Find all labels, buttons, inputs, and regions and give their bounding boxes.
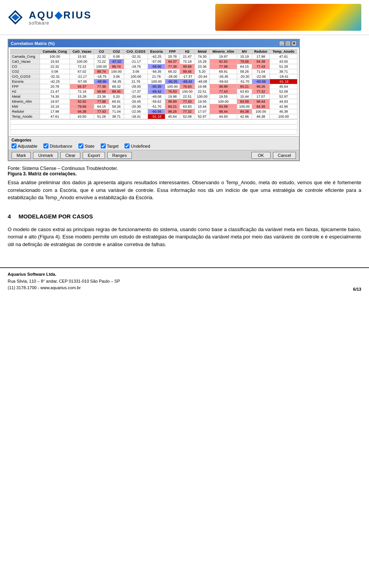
table-cell: 3.06 [124,69,148,74]
checkbox-disturbance[interactable]: Disturbance [43,143,72,148]
table-cell: -32.31 [40,74,70,79]
minimize-button[interactable]: _ [279,41,284,46]
table-cell: 68.32 [109,84,124,89]
state-checkbox[interactable] [78,143,83,148]
table-cell: 19.55 [209,94,237,99]
empty-row [10,120,298,125]
table-cell: 45.64 [165,114,180,119]
table-cell: 3.06 [109,74,124,79]
table-cell: -51.70 [148,104,165,109]
target-checkbox[interactable] [101,143,106,148]
col-header-cao-vazao: CaO_Vazao [70,49,94,54]
table-cell: 77.38 [94,84,109,89]
checkbox-adjustable[interactable]: Adjustable [12,143,37,148]
col-header-minerio-alim: Minerio_Alim [209,49,237,54]
table-cell: -51.70 [237,79,252,84]
disturbance-checkbox[interactable] [43,143,48,148]
table-cell: 67.02 [70,69,94,74]
dialog-title-buttons[interactable]: _ □ ✕ [279,41,297,46]
table-cell: 64.15 [237,64,252,69]
checkbox-target[interactable]: Target [101,143,119,148]
table-cell: 77.43 [252,64,270,69]
col-header-redutor: Redutor [252,49,270,54]
table-cell: 71.04 [109,109,124,114]
table-cell: 44.93 [209,114,237,119]
page-header: AQU◆RIUS software [0,0,369,35]
adjustable-checkbox[interactable] [12,143,17,148]
table-cell: 19.97 [209,54,237,59]
table-cell: -57.05 [70,79,94,84]
row-label: Escoria [10,79,40,84]
empty-row [10,125,298,130]
table-cell: -20.30 [237,74,252,79]
table-cell: 23.36 [195,64,210,69]
close-button[interactable]: ✕ [291,41,297,46]
table-row: CO20.0867.0288.74100.003.06-56.3568.3289… [10,69,298,74]
row-label: MW [10,104,40,109]
table-cell: 72.18 [180,59,195,64]
table-cell: 47.61 [270,54,298,59]
table-cell: 15.44 [237,94,252,99]
table-cell: -57.05 [148,59,165,64]
table-cell: -59.62 [148,99,165,104]
table-cell: 77.38 [165,64,180,69]
checkbox-state[interactable]: State [78,143,95,148]
table-cell: 23.36 [94,94,109,99]
unmark-button[interactable]: Unmark [33,152,58,159]
ok-button[interactable]: OK [251,152,271,159]
table-cell: 22.32 [40,64,70,69]
table-cell: 46.38 [252,114,270,119]
empty-row [10,130,298,135]
table-cell: -18.41 [124,114,148,119]
table-cell: -21.17 [124,59,148,64]
export-button[interactable]: Export [83,152,105,159]
table-cell: 19.98 [165,94,180,99]
table-cell: 100.00 [195,94,210,99]
table-cell: 74.30 [40,94,70,99]
table-cell: 38.71 [270,69,298,74]
table-cell: 22.51 [180,94,195,99]
undefined-checkbox[interactable] [125,143,130,148]
col-header-co2: CO2 [109,49,124,54]
col-header-temp-anodo: Temp_Anodo [270,49,298,54]
table-cell: 46.38 [270,109,298,114]
row-label: Redutor [10,109,40,114]
table-cell: -67.02 [109,59,124,64]
table-cell: -18.75 [94,74,109,79]
col-header-camada-cong: Camada_Cong [40,49,70,54]
table-cell: -28.00 [165,74,180,79]
footer-company-name: Aquarius Software Ltda. [8,271,120,278]
table-cell: 15.19 [237,54,252,59]
table-cell: 84.58 [237,99,252,104]
ok-cancel-buttons: OK Cancel [251,152,296,159]
correlation-table: Camada_Cong CaO_Vazao CO CO2 CrO_Cr2O3 E… [10,49,298,119]
checkbox-undefined[interactable]: Undefined [125,143,150,148]
maximize-button[interactable]: □ [285,41,291,46]
target-label: Target [107,144,119,148]
table-cell: 17.98 [40,109,70,114]
table-cell: -59.62 [209,79,237,84]
table-cell: -20.44 [195,74,210,79]
table-cell: 98.89 [165,99,180,104]
table-cell: 21.47 [180,54,195,59]
clear-button[interactable]: Clear [60,152,80,159]
table-cell: 15.28 [70,94,94,99]
table-row: MW15.1979.6664.1558.26-20.30-51.7084.216… [10,104,298,109]
logo-subtitle: software [29,20,92,26]
mark-button[interactable]: Mark [12,152,31,159]
table-row: Temp_Anodo47.6143.5051.2838.71-18.41-91.… [10,114,298,119]
row-label: CaO_Vazao [10,59,40,64]
ranges-button[interactable]: Ranges [107,152,132,159]
table-cell: 100.00 [70,59,94,64]
table-cell: 77.32 [252,89,270,94]
cancel-button[interactable]: Cancel [273,152,296,159]
table-cell: 15.92 [40,59,70,64]
table-cell: 15.19 [40,104,70,109]
table-cell: -32.31 [124,54,148,59]
table-cell: -22.06 [124,109,148,114]
page-footer: Aquarius Software Ltda. Rua Silvia, 110 … [0,267,369,295]
table-cell: -60.35 [148,84,165,89]
table-row: Escoria-42.25-57.05-68.96-56.3521.76100.… [10,79,298,84]
logo-text-area: AQU◆RIUS software [29,9,92,26]
table-cell: 22.51 [195,89,210,94]
